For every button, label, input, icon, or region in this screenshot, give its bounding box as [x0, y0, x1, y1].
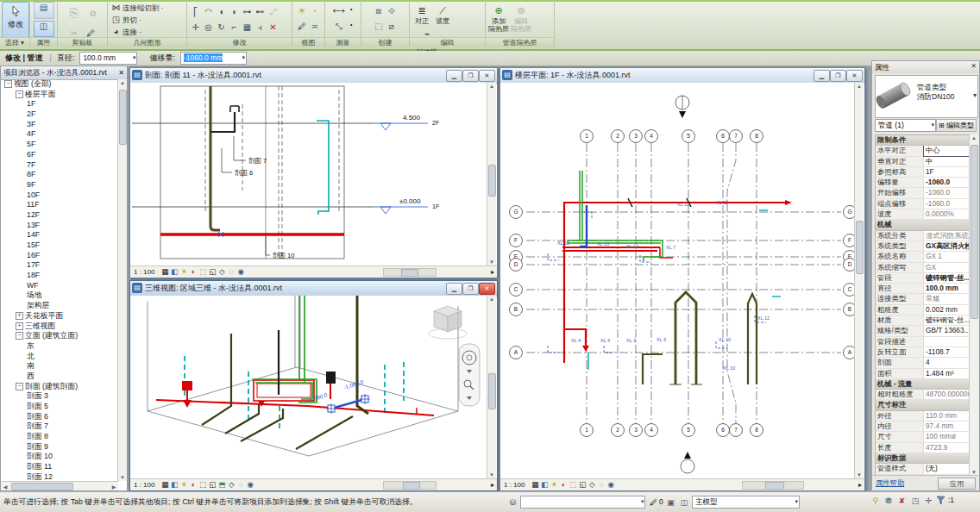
property-value[interactable]: 常规 — [924, 294, 976, 303]
tree-item[interactable]: +天花板平面 — [1, 311, 118, 322]
sun-icon[interactable]: ☀ — [179, 479, 189, 490]
tree-item[interactable]: 7F — [1, 160, 118, 171]
property-value[interactable]: -1108.7 — [924, 347, 976, 357]
tree-item[interactable]: 剖面 6 — [1, 412, 118, 422]
isolate-icon[interactable]: ◌ — [597, 479, 606, 490]
section-vscrollbar[interactable]: ▲▼ — [487, 83, 496, 265]
property-value[interactable]: GX高区消火栓 — [924, 241, 976, 251]
property-group-header[interactable]: 机械∗ — [876, 220, 976, 230]
property-value[interactable]: -1060.0 — [924, 188, 976, 197]
expand-icon[interactable]: + — [16, 312, 23, 320]
rotate-icon[interactable]: ↻ — [215, 22, 228, 34]
scroll-right-icon[interactable]: ▸ — [491, 266, 494, 278]
three-d-view-control-bar[interactable]: 1 : 100 ▦◧☀◐⬚◱⬒◇◌◉ ▸ — [130, 478, 497, 490]
tree-item[interactable]: 5F — [1, 140, 118, 150]
lightbulb-icon[interactable]: ☀ — [296, 5, 309, 17]
tree-item[interactable]: WF — [1, 281, 118, 291]
tree-item[interactable]: 北 — [1, 352, 118, 362]
measure-along-icon[interactable]: ⤡ — [332, 21, 345, 33]
section-hscrollbar[interactable] — [383, 268, 437, 277]
restore-button[interactable]: ❐ — [830, 70, 846, 82]
tree-item[interactable]: −视图 (全部) — [1, 79, 118, 90]
three-d-view-window[interactable]: ▤ 三维视图: 区域三维 - 水-没洁具.0001.rvt ▁❐✕ — [129, 280, 498, 491]
hide-icon[interactable]: · — [309, 5, 322, 17]
property-value[interactable]: 110.0 mm — [924, 411, 976, 421]
tree-item[interactable]: 9F — [1, 180, 118, 190]
restore-button[interactable]: ❐ — [462, 70, 479, 82]
unlock-view-icon[interactable]: ◇ — [587, 479, 597, 490]
section-box-icon[interactable]: ⬒ — [217, 479, 227, 490]
tree-item[interactable]: 10F — [1, 190, 118, 201]
property-value[interactable]: 1F — [924, 167, 976, 177]
scale-icon[interactable]: ▦ — [160, 266, 170, 278]
unlock-view-icon[interactable]: ◇ — [227, 479, 236, 490]
property-value[interactable]: 4 — [924, 358, 976, 367]
tree-item[interactable]: 2F — [1, 109, 118, 120]
tree-item[interactable]: 场地 — [1, 290, 118, 301]
tree-item[interactable]: 剖面 8 — [1, 432, 118, 442]
close-icon[interactable]: ✕ — [971, 62, 977, 70]
tree-item[interactable]: 东 — [1, 341, 118, 352]
minimize-button[interactable]: ▁ — [446, 70, 462, 82]
select-by-face-icon[interactable]: ◳ — [910, 496, 921, 505]
reveal-hidden-icon[interactable]: ◉ — [246, 479, 255, 490]
pin-icon[interactable]: ⊶ — [241, 6, 254, 18]
worksets-icon[interactable]: ⛁ — [507, 498, 518, 507]
add-insulation-button[interactable]: ⊕添加 隔热层 — [487, 2, 510, 33]
property-value[interactable]: 4723.9 — [924, 443, 976, 453]
property-value[interactable]: -1060.0 — [924, 178, 976, 187]
shadows-icon[interactable]: ◐ — [189, 479, 198, 490]
tree-item[interactable]: 西 — [1, 372, 118, 382]
tree-item[interactable]: 3F — [1, 120, 118, 130]
property-value[interactable]: GB/T 13663... — [924, 326, 976, 335]
three-d-window-titlebar[interactable]: ▤ 三维视图: 区域三维 - 水-没洁具.0001.rvt ▁❐✕ — [130, 281, 497, 297]
edit-type-button[interactable]: ⊞ 编辑类型 — [936, 119, 977, 132]
split-icon[interactable]: ⫞ — [254, 22, 267, 34]
property-value[interactable]: -1060.0 — [924, 199, 976, 209]
property-value[interactable]: GX 1 — [924, 252, 976, 261]
tree-item[interactable]: 15F — [1, 240, 118, 251]
panel-label-select[interactable]: 选择 ▾ — [0, 37, 29, 47]
plan-view-control-bar[interactable]: 1 : 100 ▦◧☀◐⬚◱◇◌◉ ▸ — [500, 478, 864, 490]
tree-item[interactable]: 16F — [1, 251, 118, 261]
tree-item[interactable]: 剖面 3 — [1, 391, 118, 402]
tree-item[interactable]: 1F — [1, 99, 118, 109]
crop-visible-icon[interactable]: ◱ — [208, 479, 217, 490]
restore-button[interactable]: ❐ — [462, 283, 479, 295]
modify-button[interactable]: 修改 — [2, 2, 29, 38]
drag-on-selection-icon[interactable]: ✛ — [923, 496, 934, 505]
collapse-icon[interactable]: − — [16, 332, 23, 340]
scale-label[interactable]: 1 : 100 — [134, 268, 154, 276]
tree-item[interactable]: −剖面 (建筑剖面) — [1, 382, 118, 392]
crop-visible-icon[interactable]: ◱ — [578, 479, 587, 490]
shadows-off-icon[interactable]: ◐ — [189, 266, 198, 278]
scroll-left-icon[interactable]: ◀ — [1, 484, 9, 490]
create-parts-icon[interactable]: ⧄ — [386, 21, 399, 33]
section-window-titlebar[interactable]: ▤ 剖面: 剖面 11 - 水-没洁具.0001.rvt ▁❐✕ — [130, 68, 497, 84]
cut-geometry-button[interactable]: ◳剪切 · — [110, 14, 166, 26]
mirror-draw-icon[interactable]: ◗ — [228, 6, 241, 18]
plan-vscrollbar[interactable]: ▲▼ — [854, 83, 864, 478]
slope-button[interactable]: ⟋坡度 — [432, 2, 453, 25]
move-icon[interactable]: ✛ — [189, 22, 202, 34]
trim-icon[interactable]: ⌐ — [228, 22, 241, 34]
plan-hscrollbar[interactable] — [742, 481, 804, 490]
property-group-header[interactable]: 尺寸标注∗ — [876, 400, 976, 410]
tree-item[interactable]: 剖面 9 — [1, 442, 118, 453]
tree-item[interactable]: +三维视图 — [1, 322, 118, 332]
expand-icon[interactable]: + — [16, 322, 23, 330]
editing-requests-icon[interactable]: 🖉 — [648, 498, 659, 507]
create-group-icon[interactable]: ⧈ — [373, 5, 386, 17]
justify-button[interactable]: ≣对正 — [411, 2, 432, 25]
property-value[interactable]: 48700.000000 — [924, 390, 976, 399]
scroll-down-icon[interactable]: ▼ — [118, 475, 127, 480]
design-options-icon[interactable]: ▣ — [665, 498, 676, 507]
scroll-right-icon[interactable]: ▶ — [110, 484, 118, 490]
tree-item[interactable]: 8F — [1, 170, 118, 180]
isolate-icon[interactable]: ◌ — [236, 479, 246, 490]
filter-icon[interactable] — [936, 496, 945, 505]
mirror-axis-icon[interactable]: ◖ — [215, 6, 228, 18]
sun-icon[interactable]: ☀ — [179, 266, 189, 278]
property-group-header[interactable]: 限制条件∗ — [876, 135, 976, 146]
tree-item[interactable]: −立面 (建筑立面) — [1, 331, 118, 341]
